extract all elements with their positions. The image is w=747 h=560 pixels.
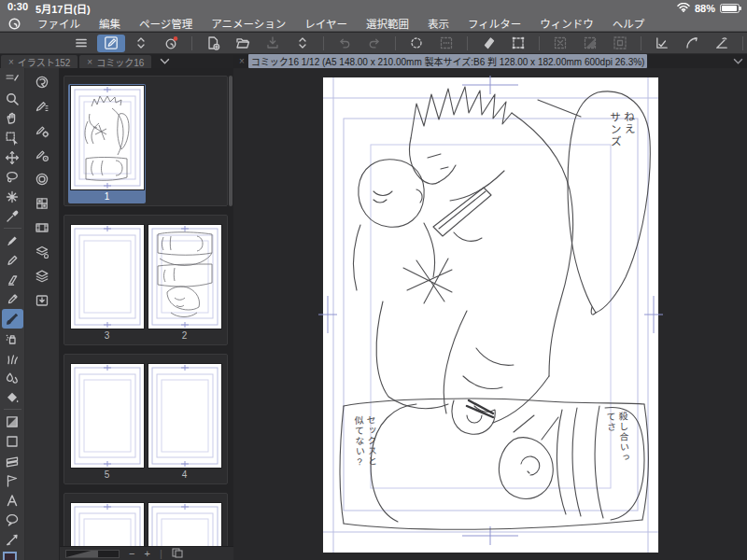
fill-tool[interactable] (2, 387, 23, 407)
undo-button[interactable] (331, 35, 359, 52)
close-icon[interactable]: × (8, 57, 14, 67)
eraser-tool[interactable] (2, 270, 23, 289)
zoom-tool[interactable] (2, 89, 23, 108)
menu-item-4[interactable]: レイヤー (295, 19, 357, 30)
balloon-tool[interactable] (2, 510, 23, 529)
scrollbar[interactable] (229, 76, 233, 206)
menu-item-5[interactable]: 選択範囲 (357, 19, 418, 30)
open-file-button[interactable] (229, 35, 257, 52)
page-thumbnail[interactable] (68, 501, 146, 546)
page-thumbnail-4[interactable]: 4 (146, 362, 223, 482)
decoration-tool[interactable] (2, 348, 23, 368)
snap-special-button[interactable] (708, 35, 736, 52)
color-set-palette[interactable] (29, 193, 55, 214)
app-screen: 0:30 5月17日(日) 88% ファイル編集ページ管理アニメーションレイヤー… (0, 0, 747, 560)
chevron-down-icon[interactable] (152, 54, 176, 68)
selection-launcher-button[interactable] (432, 35, 460, 52)
gradient-tool[interactable] (2, 412, 23, 431)
clear-button[interactable] (474, 35, 502, 52)
menu-item-9[interactable]: ヘルプ (603, 19, 655, 30)
two-pages-icon[interactable] (172, 548, 183, 560)
canvas-area[interactable]: ねえ サンズ セックスと 似てない? 殺し合いっ てさ (233, 68, 747, 560)
new-canvas-button[interactable] (199, 35, 227, 52)
mode-updown-button[interactable] (127, 35, 155, 52)
brush-tool[interactable] (2, 309, 23, 329)
page-thumbnail-3[interactable]: 3 (68, 223, 146, 343)
chevron-down-icon[interactable] (733, 56, 743, 66)
color-wheel-palette[interactable] (29, 169, 55, 189)
tool-property-palette[interactable] (29, 120, 55, 141)
foreground-color-swatch[interactable] (3, 552, 17, 560)
document-info-bar[interactable]: × コミック16 1/12 (A5 148.00 x 210.00mm 製本サイ… (233, 54, 747, 68)
close-icon[interactable]: × (239, 56, 245, 66)
airbrush-tool[interactable] (2, 329, 23, 348)
page-preview[interactable] (148, 225, 221, 329)
page-preview[interactable] (71, 364, 144, 468)
move-layer-tool[interactable] (2, 147, 23, 167)
brush-size-palette[interactable] (29, 145, 55, 165)
snap-curve-button[interactable] (678, 35, 706, 52)
figure-tool[interactable] (2, 431, 23, 451)
tool-menu[interactable] (2, 69, 23, 89)
menu-item-2[interactable]: ページ管理 (130, 19, 202, 30)
menu-bar: ファイル編集ページ管理アニメーションレイヤー選択範囲表示フィルターウィンドウヘル… (0, 16, 747, 32)
command-bar (0, 33, 747, 54)
processing-indicator (402, 35, 430, 52)
document-title[interactable]: コミック16 1/12 (A5 148.00 x 210.00mm 製本サイズ:… (248, 54, 648, 68)
hand-tool[interactable] (2, 108, 23, 128)
close-icon[interactable]: × (87, 57, 92, 67)
menu-item-3[interactable]: アニメーション (202, 19, 295, 30)
csp-logo-icon[interactable] (0, 17, 28, 31)
marker-tool[interactable] (2, 289, 23, 309)
polyline-tool[interactable] (2, 470, 23, 490)
main-menu-button[interactable] (67, 35, 95, 52)
eyedropper-tool[interactable] (2, 206, 23, 226)
zoom-in-button[interactable]: + (144, 548, 149, 560)
tab-comic[interactable]: ×コミック16 (79, 55, 151, 68)
menu-item-7[interactable]: フィルター (458, 19, 530, 30)
auto-select-tool[interactable] (2, 187, 23, 206)
blend-tool[interactable] (2, 368, 23, 387)
pencil-tool[interactable] (2, 250, 23, 270)
subtool-palette[interactable] (29, 96, 55, 117)
clip-studio-button[interactable] (157, 35, 185, 52)
page-thumbnail-1[interactable]: 1 (68, 84, 146, 203)
frame-border-tool[interactable] (2, 451, 23, 470)
correct-line-tool[interactable] (2, 529, 23, 549)
layer-property-palette[interactable] (29, 242, 55, 262)
transform-button[interactable] (504, 35, 532, 52)
text-tool[interactable] (2, 490, 23, 510)
page-preview[interactable] (71, 86, 144, 189)
tab-illust[interactable]: ×イラスト152 (1, 55, 78, 68)
lasso-tool[interactable] (2, 167, 23, 187)
deselect-button[interactable] (546, 35, 574, 52)
menu-item-6[interactable]: 表示 (418, 19, 458, 30)
page-preview[interactable] (71, 225, 144, 329)
shrink-selection-button[interactable] (606, 35, 634, 52)
menu-item-8[interactable]: ウィンドウ (530, 19, 603, 30)
menu-item-1[interactable]: 編集 (90, 19, 130, 30)
snap-ruler-button[interactable] (648, 35, 676, 52)
invert-selection-button[interactable] (576, 35, 604, 52)
layer-palette[interactable] (29, 266, 55, 287)
timeline-palette[interactable] (29, 217, 55, 238)
thumbnail-size-slider[interactable] (65, 550, 120, 558)
page-thumbnail-2[interactable]: 2 (146, 223, 223, 343)
zoom-out-button[interactable]: − (129, 548, 134, 560)
menu-item-0[interactable]: ファイル (28, 19, 90, 30)
save-updown-button[interactable] (289, 35, 317, 52)
material-download-palette[interactable] (29, 290, 55, 311)
redo-button[interactable] (360, 35, 388, 52)
page-preview[interactable] (71, 503, 144, 546)
page-thumbnail-5[interactable]: 5 (68, 362, 146, 482)
page-preview[interactable] (148, 503, 221, 546)
quick-access-palette[interactable] (29, 72, 55, 92)
page-preview[interactable] (148, 364, 221, 468)
object-tool[interactable] (2, 128, 23, 147)
pen-mode-button[interactable] (97, 35, 125, 52)
pen-tool[interactable] (2, 231, 23, 250)
page-thumbnail[interactable] (146, 501, 223, 546)
save-button[interactable] (259, 35, 287, 52)
divider (323, 36, 324, 50)
date: 5月17日(日) (35, 1, 91, 16)
